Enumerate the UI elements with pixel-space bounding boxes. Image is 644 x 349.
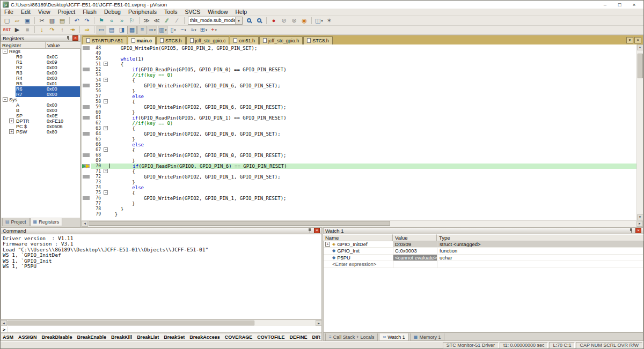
fold-collapse-icon[interactable]: −: [104, 147, 108, 152]
code-line[interactable]: 54− {: [82, 78, 636, 83]
show-next-statement-icon[interactable]: ⇒: [82, 26, 92, 34]
fold-collapse-icon[interactable]: −: [104, 169, 108, 173]
run-icon[interactable]: ▶: [12, 26, 22, 34]
register-row-r6[interactable]: R60x00: [1, 86, 80, 92]
code-line[interactable]: 61 if(GPIO_ReadPin(GPIO5, GPIO_PIN_1) ==…: [82, 115, 636, 121]
chevron-down-icon[interactable]: ▾: [321, 19, 323, 23]
kill-breakpoints-icon[interactable]: ⊗: [289, 16, 299, 25]
stop-icon[interactable]: ■: [23, 26, 32, 34]
tab-cm51-h[interactable]: cm51.h: [230, 36, 259, 44]
register-row-sp[interactable]: SP0x0E: [1, 113, 80, 118]
tab-call-stack-locals[interactable]: ≡Call Stack + Locals: [325, 333, 378, 341]
breakpoint-margin[interactable]: [82, 83, 91, 88]
breakpoint-margin[interactable]: [82, 212, 91, 217]
scroll-right-icon[interactable]: ►: [316, 320, 322, 326]
watch-name[interactable]: <Enter expression>: [332, 261, 376, 267]
watch-window-icon[interactable]: ∞▾: [148, 26, 157, 34]
tab-stc8-h[interactable]: STC8.h: [303, 36, 333, 44]
code-line[interactable]: 58− {: [82, 99, 636, 105]
code-line[interactable]: 69 }: [82, 158, 636, 164]
find-in-files-icon[interactable]: [254, 16, 264, 25]
breakpoint-margin[interactable]: [82, 201, 91, 206]
copy-icon[interactable]: ▥: [47, 16, 57, 25]
memory-window-icon[interactable]: ▥▾: [158, 26, 167, 34]
disassembly-window-icon[interactable]: ▤: [107, 26, 116, 34]
chevron-down-icon[interactable]: ▾: [154, 28, 156, 32]
scroll-right-icon[interactable]: ►: [636, 221, 643, 227]
chevron-down-icon[interactable]: ▾: [165, 28, 166, 32]
vertical-scroll-thumb[interactable]: [638, 54, 643, 78]
register-group-sys[interactable]: −Sys: [1, 97, 80, 102]
breakpoint-margin[interactable]: [82, 196, 91, 201]
code-line[interactable]: 63− {: [82, 126, 636, 131]
menu-flash[interactable]: Flash: [79, 9, 100, 16]
breakpoint-margin[interactable]: [82, 169, 91, 174]
chevron-down-icon[interactable]: ▾: [174, 28, 175, 32]
tab-main-c[interactable]: main.c: [128, 36, 156, 44]
code-line[interactable]: 55 GPIO_WritePin(GPIO2, GPIO_PIN_6, GPIO…: [82, 83, 636, 88]
configure-icon[interactable]: ✶: [324, 16, 334, 25]
fold-collapse-icon[interactable]: −: [104, 99, 108, 103]
code-line[interactable]: 65 }: [82, 137, 636, 142]
close-icon[interactable]: ×: [72, 35, 78, 41]
editor-vertical-scrollbar[interactable]: ▲ ▼: [636, 44, 643, 220]
code-line[interactable]: 49: [82, 51, 636, 56]
tab-stc8-h[interactable]: STC8.h: [156, 36, 186, 44]
outdent-icon[interactable]: ≪: [152, 16, 162, 25]
system-viewer-icon[interactable]: ⊞▾: [199, 26, 208, 34]
menu-svcs[interactable]: SVCS: [181, 9, 204, 16]
serial-window-icon[interactable]: ▯▾: [168, 26, 178, 34]
insert-breakpoint-icon[interactable]: ●: [269, 16, 279, 25]
code-line[interactable]: 72 GPIO_WritePin(GPIO2, GPIO_PIN_1, GPIO…: [82, 174, 636, 180]
menu-window[interactable]: Window: [204, 9, 231, 16]
register-row-r0[interactable]: R00x0C: [1, 54, 80, 60]
call-stack-window-icon[interactable]: ≡: [137, 26, 147, 34]
register-row-r7[interactable]: R70x00: [1, 92, 80, 97]
close-icon[interactable]: ×: [635, 228, 641, 233]
undo-icon[interactable]: ↶: [72, 16, 82, 25]
breakpoint-margin[interactable]: [82, 62, 91, 67]
watch-row[interactable]: <Enter expression>: [324, 261, 643, 268]
expand-icon[interactable]: +: [325, 242, 330, 247]
command-input[interactable]: [8, 326, 321, 332]
chevron-down-icon[interactable]: ▾: [215, 28, 217, 32]
code-line[interactable]: 70 if(GPIO_ReadPin(GPIO0, GPIO_PIN_6) ==…: [82, 164, 636, 169]
registers-window-icon[interactable]: ▦: [127, 26, 137, 34]
code-line[interactable]: 53 //if(key == 0): [82, 72, 636, 78]
scroll-left-icon[interactable]: ◄: [82, 221, 88, 227]
tab-jcff-stc-gpio-h[interactable]: jcff_stc_gpio.h: [259, 36, 303, 44]
breakpoint-margin[interactable]: [82, 147, 91, 153]
tab-memory-1[interactable]: ▦Memory 1: [410, 333, 445, 341]
tab-registers[interactable]: ▦Registers: [30, 218, 63, 226]
chevron-down-icon[interactable]: ▾: [235, 17, 242, 24]
toolbox-icon[interactable]: +▾: [209, 26, 218, 34]
menu-project[interactable]: Project: [54, 9, 79, 16]
step-out-icon[interactable]: ↑: [57, 26, 67, 34]
code-line[interactable]: 56 }: [82, 88, 636, 94]
tab-close-icon[interactable]: ×: [634, 37, 641, 43]
breakpoint-margin[interactable]: [82, 78, 91, 83]
code-line[interactable]: 66 else: [82, 142, 636, 147]
reset-icon[interactable]: RST: [2, 26, 12, 34]
breakpoint-margin[interactable]: [82, 126, 91, 131]
horizontal-scroll-thumb[interactable]: [8, 321, 254, 325]
breakpoint-margin[interactable]: [82, 94, 91, 99]
code-line[interactable]: 60 }: [82, 110, 636, 115]
command-word-asm[interactable]: ASM: [3, 335, 13, 340]
pin-icon[interactable]: [308, 228, 312, 233]
redo-icon[interactable]: ↷: [82, 16, 92, 25]
menu-file[interactable]: File: [1, 9, 17, 16]
code-line[interactable]: 74 else: [82, 185, 636, 190]
disable-breakpoints-icon[interactable]: ⊘: [279, 16, 289, 25]
watch-row[interactable]: ◆GPIO_InitC:0x0003function: [324, 248, 643, 255]
chevron-down-icon[interactable]: ▾: [194, 28, 196, 32]
command-word-breakdisable[interactable]: BreakDisable: [42, 335, 72, 340]
fold-collapse-icon[interactable]: −: [104, 126, 108, 130]
collapse-icon[interactable]: −: [3, 97, 8, 102]
breakpoint-margin[interactable]: [82, 164, 91, 169]
command-word-dir[interactable]: DIR: [312, 335, 321, 340]
menu-peripherals[interactable]: Peripherals: [125, 9, 160, 16]
scroll-left-icon[interactable]: ◄: [1, 320, 7, 326]
expand-icon[interactable]: +: [9, 118, 14, 123]
bookmark-toggle-icon[interactable]: ⚑: [97, 16, 106, 25]
